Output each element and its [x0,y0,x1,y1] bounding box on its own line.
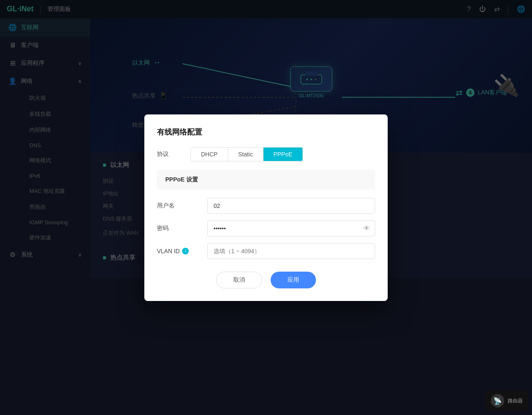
modal-title: 有线网络配置 [157,127,375,137]
modal-footer: 取消 应用 [157,272,375,288]
pppoe-section-title: PPPoE 设置 [165,176,198,183]
vlan-input[interactable] [207,243,375,259]
password-row: 密码 👁 [157,220,375,236]
watermark-icon: 📡 [491,394,504,407]
vlan-label: VLAN ID [157,248,180,254]
watermark-label: 路由器 [508,397,523,405]
vlan-row: VLAN ID i [157,243,375,259]
apply-button[interactable]: 应用 [271,272,316,288]
username-label: 用户名 [157,202,199,210]
cancel-button[interactable]: 取消 [216,272,262,288]
watermark: 📡 路由器 [486,391,528,411]
protocol-tabs: DHCP Static PPPoE [190,147,303,161]
vlan-label-wrap: VLAN ID i [157,248,199,254]
vlan-input-wrap [207,243,375,259]
modal-overlay: 有线网络配置 协议 DHCP Static PPPoE PPPoE 设置 用户名… [0,0,532,415]
tab-dhcp[interactable]: DHCP [191,148,228,161]
password-label: 密码 [157,225,199,232]
protocol-row-label: 协议 [157,150,190,158]
username-input-wrap [207,198,375,214]
wired-config-modal: 有线网络配置 协议 DHCP Static PPPoE PPPoE 设置 用户名… [144,114,388,301]
tab-pppoe[interactable]: PPPoE [263,148,303,161]
password-input-wrap: 👁 [207,220,375,236]
password-input[interactable] [207,220,375,236]
pppoe-settings-section: PPPoE 设置 [157,170,375,189]
protocol-row: 协议 DHCP Static PPPoE [157,147,375,161]
username-input[interactable] [207,198,375,214]
password-eye-icon[interactable]: 👁 [363,225,370,232]
vlan-info-icon[interactable]: i [182,248,189,254]
username-row: 用户名 [157,198,375,214]
tab-static[interactable]: Static [228,148,263,161]
